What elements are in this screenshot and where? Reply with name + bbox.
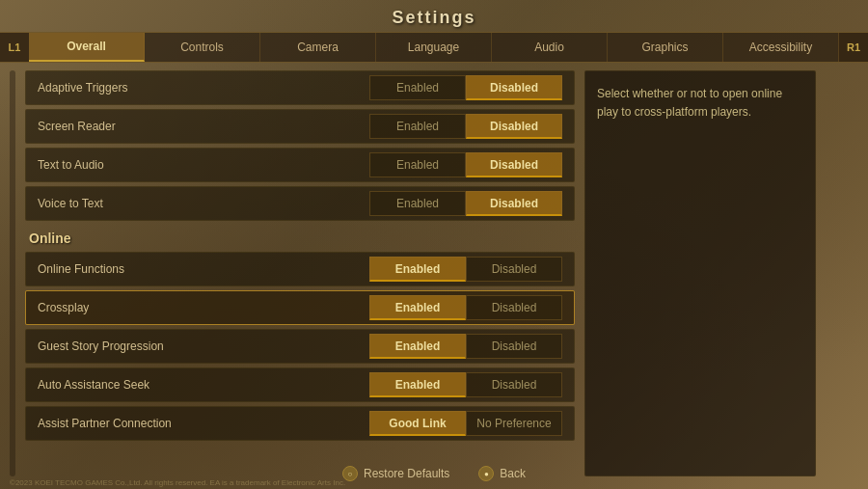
tab-controls[interactable]: Controls [145,33,260,62]
toggle-online-functions: Enabled Disabled [369,257,562,282]
toggle-crossplay: Enabled Disabled [369,295,562,320]
toggle-crossplay-enabled[interactable]: Enabled [369,295,466,320]
toggle-adaptive-triggers: Enabled Disabled [369,75,562,100]
toggle-voice-to-text-enabled[interactable]: Enabled [369,191,466,216]
tab-overall[interactable]: Overall [29,33,145,62]
setting-row-online-functions: Online Functions Enabled Disabled [25,252,575,286]
toggle-online-functions-disabled[interactable]: Disabled [466,257,562,282]
setting-label-screen-reader: Screen Reader [38,120,369,133]
tab-graphics[interactable]: Graphics [608,33,723,62]
setting-label-online-functions: Online Functions [38,262,369,276]
back-label: Back [500,467,526,480]
setting-row-auto-assistance: Auto Assistance Seek Enabled Disabled [25,367,575,402]
toggle-assist-partner: Good Link No Preference [369,411,562,436]
tab-camera[interactable]: Camera [260,33,376,62]
info-text: Select whether or not to open online pla… [597,85,803,122]
toggle-assist-partner-good-link[interactable]: Good Link [369,411,466,436]
settings-panel: Adaptive Triggers Enabled Disabled Scree… [25,70,575,476]
setting-row-screen-reader: Screen Reader Enabled Disabled [25,109,575,144]
toggle-guest-story-enabled[interactable]: Enabled [369,334,466,359]
sidebar-indicator [10,70,15,476]
setting-label-crossplay: Crossplay [38,301,369,314]
toggle-screen-reader: Enabled Disabled [369,114,562,139]
left-controller-label: L1 [0,33,29,62]
toggle-auto-assistance-disabled[interactable]: Disabled [466,372,562,397]
copyright-text: ©2023 KOEI TECMO GAMES Co.,Ltd. All righ… [10,478,345,487]
setting-label-auto-assistance: Auto Assistance Seek [38,378,369,392]
toggle-auto-assistance-enabled[interactable]: Enabled [369,372,466,397]
toggle-text-to-audio: Enabled Disabled [369,152,562,177]
tab-bar: L1 Overall Controls Camera Language Audi… [0,32,868,63]
setting-row-crossplay: Crossplay Enabled Disabled [25,290,575,325]
info-panel: Select whether or not to open online pla… [584,70,816,476]
back-button[interactable]: ● Back [478,466,526,481]
toggle-crossplay-disabled[interactable]: Disabled [466,295,562,320]
toggle-assist-partner-no-pref[interactable]: No Preference [466,411,562,436]
setting-row-voice-to-text: Voice to Text Enabled Disabled [25,186,575,221]
setting-row-assist-partner: Assist Partner Connection Good Link No P… [25,406,575,441]
toggle-screen-reader-disabled[interactable]: Disabled [466,114,562,139]
right-controller-label: R1 [839,33,868,62]
main-layout: Adaptive Triggers Enabled Disabled Scree… [0,63,868,484]
back-icon: ● [478,466,494,481]
toggle-text-to-audio-disabled[interactable]: Disabled [466,152,562,177]
tab-audio[interactable]: Audio [492,33,608,62]
toggle-text-to-audio-enabled[interactable]: Enabled [369,152,466,177]
setting-label-guest-story: Guest Story Progression [38,340,369,353]
toggle-auto-assistance: Enabled Disabled [369,372,562,397]
setting-row-adaptive-triggers: Adaptive Triggers Enabled Disabled [25,70,575,105]
tab-accessibility[interactable]: Accessibility [723,33,839,62]
toggle-guest-story: Enabled Disabled [369,334,562,359]
page-title: Settings [0,0,868,32]
online-section-header: Online [25,225,575,248]
restore-defaults-label: Restore Defaults [364,467,449,480]
toggle-adaptive-triggers-disabled[interactable]: Disabled [466,75,562,100]
tab-language[interactable]: Language [376,33,492,62]
setting-label-voice-to-text: Voice to Text [38,197,369,210]
toggle-guest-story-disabled[interactable]: Disabled [466,334,562,359]
toggle-adaptive-triggers-enabled[interactable]: Enabled [369,75,466,100]
setting-label-adaptive-triggers: Adaptive Triggers [38,81,369,95]
restore-defaults-button[interactable]: ○ Restore Defaults [342,466,449,481]
setting-label-assist-partner: Assist Partner Connection [38,417,369,430]
toggle-voice-to-text-disabled[interactable]: Disabled [466,191,562,216]
toggle-online-functions-enabled[interactable]: Enabled [369,257,466,282]
setting-label-text-to-audio: Text to Audio [38,158,369,172]
toggle-voice-to-text: Enabled Disabled [369,191,562,216]
setting-row-guest-story: Guest Story Progression Enabled Disabled [25,329,575,364]
toggle-screen-reader-enabled[interactable]: Enabled [369,114,466,139]
setting-row-text-to-audio: Text to Audio Enabled Disabled [25,148,575,182]
